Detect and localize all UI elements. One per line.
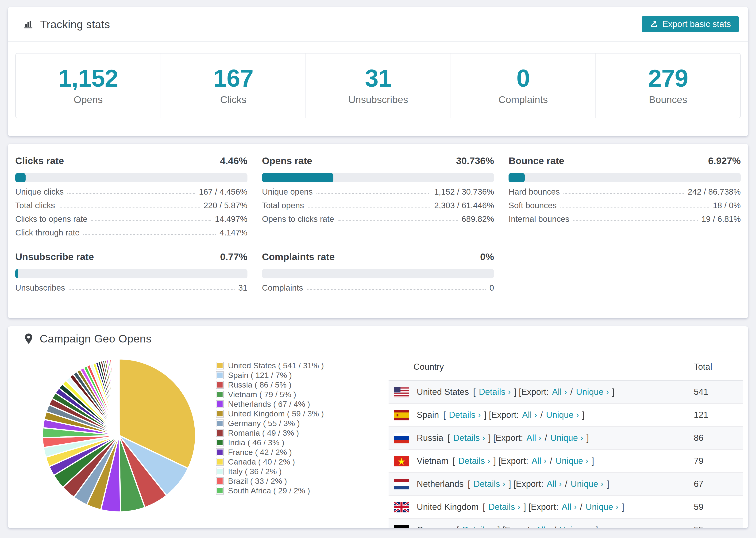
total-cell: 55 [694,525,743,528]
export-unique-link[interactable]: Unique › [546,410,579,420]
geo-card-header: Campaign Geo Opens [8,326,748,351]
export-prefix: ] [Export: [523,502,558,512]
export-unique-link[interactable]: Unique › [556,456,588,466]
export-all-link[interactable]: All › [531,456,547,466]
details-link[interactable]: Details › [489,502,520,512]
slash-separator: / [545,433,547,443]
table-header-row: Country Total [389,353,743,381]
slash-separator: / [580,502,582,512]
legend-swatch [216,401,223,407]
progress-bar-track [262,269,494,278]
stat-label: Bounces [649,94,687,105]
table-row: Netherlands[Details ›] [Export: All › / … [389,473,743,496]
export-all-link[interactable]: All › [536,525,551,528]
total-cell: 86 [694,433,743,443]
bracket-open: [ [453,456,455,466]
detail-value: 2,303 / 61.446% [434,201,494,210]
rate-block-2: Bounce rate6.927%Hard bounces242 / 86.73… [509,155,741,237]
export-unique-link[interactable]: Unique › [576,387,609,397]
progress-bar-fill [15,269,18,278]
progress-bar-track [15,269,247,278]
dotted-leader [83,234,216,235]
export-unique-link[interactable]: Unique › [560,525,592,528]
country-column-header: Country [394,362,694,372]
export-unique-link[interactable]: Unique › [571,479,604,489]
dotted-leader [59,207,200,207]
map-pin-icon [24,333,33,344]
detail-value: 0 [490,283,494,292]
stats-summary-box: 1,152Opens167Clicks31Unsubscribes0Compla… [15,53,741,118]
export-unique-link[interactable]: Unique › [550,433,583,443]
legend-label: Italy ( 36 / 2% ) [228,467,282,476]
bracket-close: ] [582,410,585,420]
details-link[interactable]: Details › [479,387,511,397]
export-basic-stats-button[interactable]: Export basic stats [642,16,739,32]
detail-row: Opens to clicks rate689.82% [262,215,494,223]
export-all-link[interactable]: All › [562,502,577,512]
rate-title: Bounce rate [509,155,564,166]
detail-value: 19 / 6.81% [702,215,741,223]
country-table: Country Total United States[Details ›] [… [389,353,743,528]
legend-swatch [216,391,223,398]
flag-nl-icon [394,479,409,489]
bracket-open: [ [457,525,459,528]
export-all-link[interactable]: All › [526,433,541,443]
country-cell: Russia[Details ›] [Export: All › / Uniqu… [394,433,694,443]
legend-item-russia[interactable]: Russia ( 86 / 5% ) [216,380,324,390]
rate-block-4: Complaints rate0%Complaints0 [262,251,494,292]
campaign-geo-opens-card: Campaign Geo Opens United States ( 541 /… [8,326,748,528]
stat-label: Complaints [499,94,548,105]
legend-item-brazil[interactable]: Brazil ( 33 / 2% ) [216,476,324,486]
legend-item-france[interactable]: France ( 42 / 2% ) [216,447,324,457]
detail-value: 31 [238,283,247,292]
legend-item-italy[interactable]: Italy ( 36 / 2% ) [216,467,324,476]
legend-item-india[interactable]: India ( 46 / 3% ) [216,438,324,447]
legend-item-united-states[interactable]: United States ( 541 / 31% ) [216,361,324,370]
export-all-link[interactable]: All › [522,410,537,420]
stat-cell-unsubscribes: 31Unsubscribes [305,54,450,118]
legend-swatch [216,420,223,427]
details-link[interactable]: Details › [458,456,490,466]
details-link[interactable]: Details › [449,410,481,420]
details-link[interactable]: Details › [462,525,494,528]
export-unique-link[interactable]: Unique › [585,502,619,512]
legend-label: Netherlands ( 67 / 4% ) [228,400,310,409]
dotted-leader [307,289,486,290]
legend-item-romania[interactable]: Romania ( 49 / 3% ) [216,428,324,438]
detail-row: Internal bounces19 / 6.81% [509,215,741,223]
stat-label: Clicks [220,94,246,105]
flag-de-icon [394,525,409,528]
total-cell: 67 [694,479,743,489]
legend-item-spain[interactable]: Spain ( 121 / 7% ) [216,370,324,380]
rate-value: 4.46% [220,155,247,166]
export-prefix: ] [Export: [514,387,549,397]
detail-value: 14.497% [215,215,247,223]
legend-label: Russia ( 86 / 5% ) [228,380,291,389]
export-all-link[interactable]: All › [547,479,562,489]
rate-title: Clicks rate [15,155,64,166]
legend-item-germany[interactable]: Germany ( 55 / 3% ) [216,418,324,428]
country-cell: Netherlands[Details ›] [Export: All › / … [394,479,694,489]
legend-item-vietnam[interactable]: Vietnam ( 79 / 5% ) [216,390,324,399]
geo-opens-pie-chart[interactable] [41,358,196,513]
details-link[interactable]: Details › [473,479,506,489]
legend-item-south-africa[interactable]: South Africa ( 29 / 2% ) [216,486,324,496]
rate-detail-rows: Hard bounces242 / 86.738%Soft bounces18 … [509,187,741,223]
export-all-link[interactable]: All › [552,387,567,397]
detail-label: Clicks to opens rate [15,215,87,223]
country-name: Netherlands [417,479,464,489]
export-prefix: ] [Export: [484,410,519,420]
legend-item-canada[interactable]: Canada ( 40 / 2% ) [216,457,324,467]
dotted-leader [573,220,698,221]
slash-separator: / [540,410,543,420]
details-link[interactable]: Details › [453,433,485,443]
legend-item-united-kingdom[interactable]: United Kingdom ( 59 / 3% ) [216,409,324,418]
geo-card-title: Campaign Geo Opens [40,332,152,345]
legend-item-netherlands[interactable]: Netherlands ( 67 / 4% ) [216,399,324,409]
total-cell: 59 [694,502,743,512]
rate-value: 6.927% [708,155,741,166]
detail-row: Unique clicks167 / 4.456% [15,187,247,196]
export-prefix: ] [Export: [509,479,544,489]
legend-swatch [216,487,223,494]
rate-detail-rows: Complaints0 [262,283,494,292]
